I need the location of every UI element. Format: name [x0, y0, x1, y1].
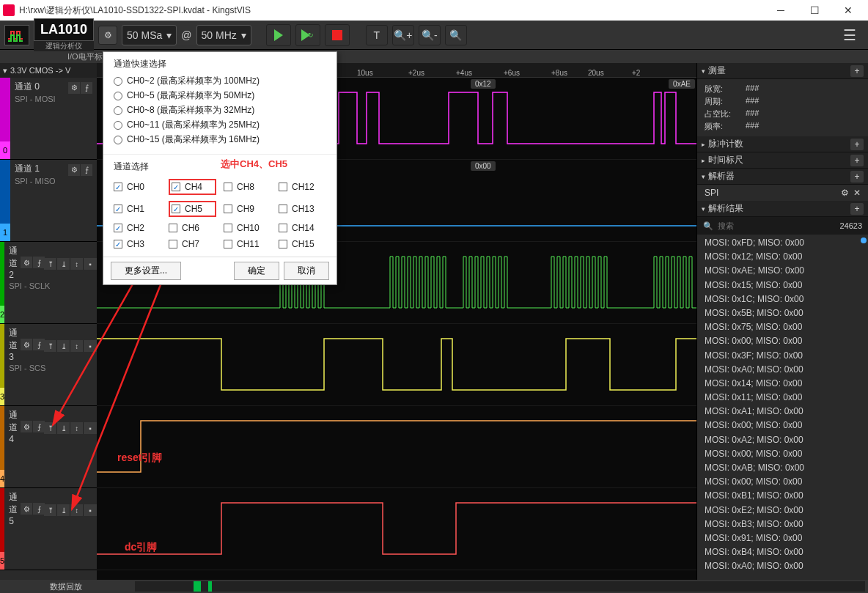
panel-results-header[interactable]: ▾解析结果+ [697, 201, 868, 217]
samples-dropdown[interactable]: 50 MSa [122, 25, 177, 45]
cancel-button[interactable]: 取消 [284, 262, 329, 280]
result-line[interactable]: MOSI: 0xA1; MISO: 0x00 [705, 405, 861, 419]
result-line[interactable]: MOSI: 0xB1; MISO: 0x00 [705, 489, 861, 503]
result-line[interactable]: MOSI: 0xA0; MISO: 0x00 [705, 363, 861, 377]
run-loop-button[interactable]: ↻ [295, 24, 320, 46]
edge-icon[interactable]: ⨍ [81, 164, 92, 176]
result-line[interactable]: MOSI: 0xB4; MISO: 0x00 [705, 545, 861, 559]
channel-checkbox-CH6[interactable]: CH6 [169, 223, 216, 233]
add-button[interactable]: + [850, 139, 864, 150]
result-line[interactable]: MOSI: 0x3F; MISO: 0x00 [705, 349, 861, 363]
gear-icon[interactable]: ⚙ [68, 164, 80, 176]
channel-checkbox-CH15[interactable]: CH15 [279, 239, 326, 249]
gear-icon[interactable]: ⚙ [21, 421, 32, 432]
channel-checkbox-CH11[interactable]: CH11 [224, 239, 271, 249]
gear-icon[interactable]: ⚙ [21, 503, 32, 515]
panel-measure-header[interactable]: ▾测量+ [697, 63, 868, 79]
edge-icon[interactable]: ⨍ [33, 503, 45, 515]
close-icon[interactable]: ✕ [853, 188, 861, 198]
voltage-selector[interactable]: ▾3.3V CMOS -> V [0, 63, 97, 78]
channel-checkbox-CH4[interactable]: CH4 [169, 179, 216, 195]
result-line[interactable]: MOSI: 0x00; MISO: 0x00 [705, 447, 861, 461]
edge-controls[interactable]: ⤒⤓↕▪ [44, 340, 98, 352]
result-line[interactable]: MOSI: 0xA2; MISO: 0x00 [705, 433, 861, 447]
parser-item[interactable]: SPI⚙✕ [697, 185, 868, 201]
result-line[interactable]: MOSI: 0x5B; MISO: 0x00 [705, 306, 861, 320]
gear-icon[interactable]: ⚙ [21, 257, 32, 268]
channel-checkbox-CH0[interactable]: CH0 [114, 179, 161, 195]
result-line[interactable]: MOSI: 0xAB; MISO: 0x00 [705, 461, 861, 475]
channel-checkbox-CH12[interactable]: CH12 [279, 179, 326, 195]
radio-option[interactable]: CH0~2 (最高采样频率为 100MHz) [114, 75, 326, 87]
stop-button[interactable] [325, 24, 350, 46]
result-line[interactable]: MOSI: 0xFD; MISO: 0x00 [705, 236, 861, 250]
result-line[interactable]: MOSI: 0x00; MISO: 0x00 [705, 334, 861, 348]
channel-checkbox-CH2[interactable]: CH2 [114, 223, 161, 233]
results-list[interactable]: MOSI: 0xFD; MISO: 0x00MOSI: 0x12; MISO: … [697, 235, 868, 580]
rate-dropdown[interactable]: 50 MHz [196, 25, 251, 45]
menu-button[interactable]: ☰ [836, 26, 864, 44]
add-button[interactable]: + [850, 155, 864, 166]
result-line[interactable]: MOSI: 0x15; MISO: 0x00 [705, 279, 861, 292]
search-row: 🔍 24623 [697, 217, 868, 235]
add-button[interactable]: + [850, 65, 864, 77]
minimize-button[interactable]: ─ [764, 0, 798, 21]
scrollbar-thumb[interactable] [861, 237, 867, 243]
zoom-in-button[interactable]: 🔍+ [392, 25, 414, 45]
add-button[interactable]: + [850, 203, 864, 215]
result-line[interactable]: MOSI: 0x11; MISO: 0x00 [705, 391, 861, 405]
ok-button[interactable]: 确定 [234, 262, 279, 280]
gear-icon[interactable]: ⚙ [68, 82, 80, 94]
edge-controls[interactable]: ⤒⤓↕▪ [44, 258, 98, 270]
channel-checkbox-CH3[interactable]: CH3 [114, 239, 161, 249]
add-button[interactable]: + [850, 171, 864, 183]
result-line[interactable]: MOSI: 0x1C; MISO: 0x00 [705, 292, 861, 306]
panel-parser-header[interactable]: ▾解析器+ [697, 169, 868, 185]
panel-pulse-header[interactable]: ▸脉冲计数+ [697, 136, 868, 152]
edge-icon[interactable]: ⨍ [33, 257, 45, 268]
channel-checkbox-CH10[interactable]: CH10 [224, 223, 271, 233]
run-button[interactable] [266, 24, 291, 46]
radio-option[interactable]: CH0~15 (最高采样频率为 16MHz) [114, 133, 326, 146]
gear-icon[interactable]: ⚙ [21, 339, 32, 350]
result-line[interactable]: MOSI: 0x00; MISO: 0x00 [705, 475, 861, 489]
search-input[interactable] [718, 221, 839, 230]
edge-icon[interactable]: ⨍ [81, 82, 92, 94]
result-line[interactable]: MOSI: 0xAE; MISO: 0x00 [705, 264, 861, 278]
radio-option[interactable]: CH0~5 (最高采样频率为 50MHz) [114, 89, 326, 102]
channel-checkbox-CH5[interactable]: CH5 [169, 201, 216, 217]
result-line[interactable]: MOSI: 0xB3; MISO: 0x00 [705, 518, 861, 531]
close-button[interactable]: ✕ [831, 0, 865, 21]
at-label: @ [181, 29, 191, 41]
device-settings-button[interactable]: ⚙ [98, 26, 117, 45]
text-tool-button[interactable]: T [366, 25, 388, 45]
result-line[interactable]: MOSI: 0x00; MISO: 0x00 [705, 419, 861, 432]
result-line[interactable]: MOSI: 0x12; MISO: 0x00 [705, 250, 861, 264]
more-settings-button[interactable]: 更多设置... [111, 262, 181, 280]
channel-checkbox-CH13[interactable]: CH13 [279, 201, 326, 217]
channel-checkbox-CH8[interactable]: CH8 [224, 179, 271, 195]
zoom-fit-button[interactable]: 🔍 [445, 25, 467, 45]
edge-icon[interactable]: ⨍ [33, 421, 45, 432]
result-line[interactable]: MOSI: 0xA0; MISO: 0x00 [705, 559, 861, 573]
channel-checkbox-CH1[interactable]: CH1 [114, 201, 161, 217]
edge-controls[interactable]: ⤒⤓↕▪ [44, 504, 98, 516]
edge-icon[interactable]: ⨍ [33, 339, 45, 350]
scrub-bar[interactable] [135, 581, 865, 592]
channel-checkbox-CH9[interactable]: CH9 [224, 201, 271, 217]
gear-icon[interactable]: ⚙ [841, 188, 849, 198]
right-panel: ▾测量+ 脉宽:###周期:###占空比:###频率:### ▸脉冲计数+ ▸时… [696, 63, 868, 580]
result-line[interactable]: MOSI: 0xE2; MISO: 0x00 [705, 504, 861, 518]
result-line[interactable]: MOSI: 0x75; MISO: 0x00 [705, 320, 861, 334]
channel-checkbox-CH7[interactable]: CH7 [169, 239, 216, 249]
edge-controls[interactable]: ⤒⤓↕▪ [44, 422, 98, 434]
zoom-out-button[interactable]: 🔍- [419, 25, 441, 45]
radio-option[interactable]: CH0~8 (最高采样频率为 32MHz) [114, 104, 326, 117]
radio-option[interactable]: CH0~11 (最高采样频率为 25MHz) [114, 119, 326, 131]
panel-timeruler-header[interactable]: ▸时间标尺+ [697, 152, 868, 169]
channel-checkbox-CH14[interactable]: CH14 [279, 223, 326, 233]
result-line[interactable]: MOSI: 0x14; MISO: 0x00 [705, 377, 861, 391]
channel-name: 通道 2 [9, 245, 18, 280]
result-line[interactable]: MOSI: 0x91; MISO: 0x00 [705, 531, 861, 545]
maximize-button[interactable]: ☐ [798, 0, 831, 21]
